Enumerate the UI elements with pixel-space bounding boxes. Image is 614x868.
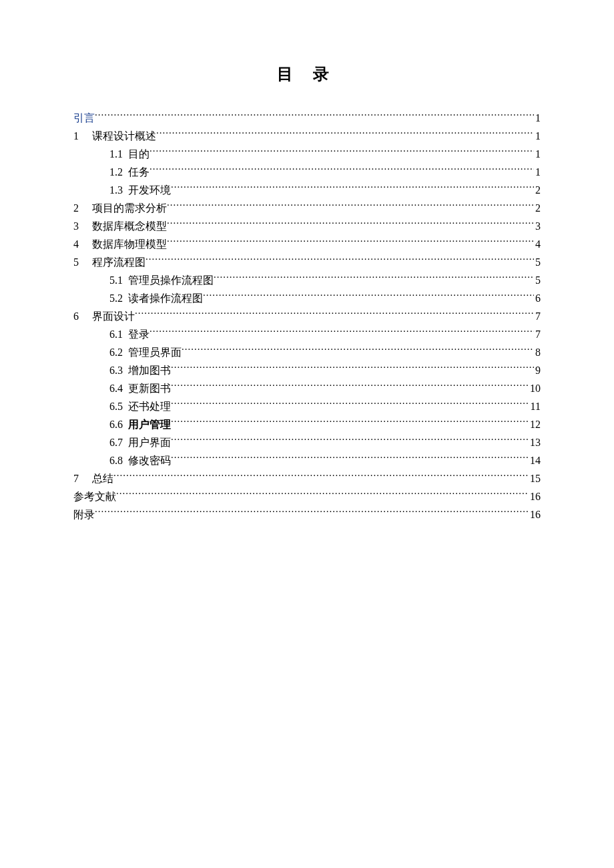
toc-entry-label: 引言: [73, 109, 95, 127]
toc-leader-dots: [203, 291, 534, 302]
toc-title: 目 录: [73, 63, 541, 85]
toc-entry-label: 总结: [92, 469, 113, 487]
toc-entry-page: 13: [529, 433, 541, 451]
toc-entry-number: 6.7: [109, 433, 128, 451]
toc-leader-dots: [145, 255, 534, 266]
toc-leader-dots: [167, 219, 534, 230]
toc-entry-page: 16: [529, 505, 541, 523]
toc-entry-label: 参考文献: [73, 487, 116, 505]
toc-entry-page: 2: [534, 181, 541, 199]
toc-leader-dots: [95, 111, 534, 122]
toc-entry-page: 7: [534, 325, 541, 343]
toc-entry-page: 15: [529, 469, 541, 487]
toc-entry-page: 3: [534, 217, 541, 235]
toc-leader-dots: [214, 273, 534, 284]
toc-entry-page: 5: [534, 253, 541, 271]
toc-entry[interactable]: 6.7用户界面13: [73, 433, 541, 451]
toc-leader-dots: [171, 435, 529, 446]
toc-entry[interactable]: 4数据库物理模型4: [73, 235, 541, 253]
toc-entry-number: 1.2: [109, 163, 128, 181]
toc-entry-page: 1: [534, 145, 541, 163]
toc-entry-number: 1.3: [109, 181, 128, 199]
toc-entry[interactable]: 6.1登录7: [73, 325, 541, 343]
toc-entry[interactable]: 1.1目的1: [73, 145, 541, 163]
toc-entry-label: 管理员界面: [128, 343, 182, 361]
toc-entry-page: 14: [529, 451, 541, 469]
toc-entry[interactable]: 7总结15: [73, 469, 541, 487]
toc-entry-page: 16: [529, 487, 541, 505]
toc-entry-page: 6: [534, 289, 541, 307]
toc-entry-number: 5: [73, 253, 92, 271]
toc-entry[interactable]: 3数据库概念模型3: [73, 217, 541, 235]
toc-entry-label: 目的: [128, 145, 149, 163]
toc-entry-page: 2: [534, 199, 541, 217]
toc-entry[interactable]: 1.3开发环境2: [73, 181, 541, 199]
toc-entry-number: 6.4: [109, 379, 128, 397]
toc-entry[interactable]: 附录16: [73, 505, 541, 523]
toc-entry[interactable]: 1.2任务1: [73, 163, 541, 181]
toc-entry[interactable]: 6.5还书处理11: [73, 397, 541, 415]
toc-entry-label: 还书处理: [128, 397, 171, 415]
toc-leader-dots: [149, 147, 534, 158]
toc-entry-number: 6.1: [109, 325, 128, 343]
toc-entry[interactable]: 5.2读者操作流程图6: [73, 289, 541, 307]
toc-entry-label: 用户界面: [128, 433, 171, 451]
toc-entry-label: 程序流程图: [92, 253, 145, 271]
toc-leader-dots: [171, 417, 529, 428]
toc-leader-dots: [182, 345, 534, 356]
toc-entry-number: 6.6: [109, 415, 128, 433]
toc-entry-number: 6.8: [109, 451, 128, 469]
toc-leader-dots: [135, 309, 534, 320]
toc-entry[interactable]: 6.3增加图书9: [73, 361, 541, 379]
toc-entry[interactable]: 6.8修改密码14: [73, 451, 541, 469]
toc-entry-label: 数据库概念模型: [92, 217, 167, 235]
toc-entry[interactable]: 6.4更新图书10: [73, 379, 541, 397]
toc-entry-number: 4: [73, 235, 92, 253]
toc-entry-label: 项目的需求分析: [92, 199, 167, 217]
toc-entry-label: 更新图书: [128, 379, 171, 397]
toc-entry-page: 1: [534, 109, 541, 127]
toc-leader-dots: [171, 399, 529, 410]
toc-entry-label: 数据库物理模型: [92, 235, 167, 253]
toc-entry-number: 1.1: [109, 145, 128, 163]
toc-entry-number: 5.1: [109, 271, 128, 289]
toc-entry-label: 登录: [128, 325, 149, 343]
toc-entry[interactable]: 5程序流程图5: [73, 253, 541, 271]
toc-entry-page: 1: [534, 163, 541, 181]
toc-entry-number: 1: [73, 127, 92, 145]
toc-entry-number: 6.5: [109, 397, 128, 415]
toc-entry-label: 任务: [128, 163, 149, 181]
toc-entry[interactable]: 6.2管理员界面8: [73, 343, 541, 361]
toc-leader-dots: [116, 489, 529, 500]
toc-entry-page: 5: [534, 271, 541, 289]
toc-entry[interactable]: 6.6用户管理12: [73, 415, 541, 433]
toc-entry-label: 读者操作流程图: [128, 289, 203, 307]
toc-entry-label: 修改密码: [128, 451, 171, 469]
toc-entry[interactable]: 2项目的需求分析2: [73, 199, 541, 217]
toc-entry-label: 用户管理: [128, 415, 171, 433]
toc-leader-dots: [167, 237, 534, 248]
toc-entry-label: 增加图书: [128, 361, 171, 379]
toc-leader-dots: [171, 453, 529, 464]
toc-entry-label: 课程设计概述: [92, 127, 156, 145]
toc-entry-number: 5.2: [109, 289, 128, 307]
toc-entry[interactable]: 5.1管理员操作流程图5: [73, 271, 541, 289]
toc-leader-dots: [149, 165, 534, 176]
toc-leader-dots: [171, 381, 529, 392]
toc-entry-number: 3: [73, 217, 92, 235]
toc-entry-label: 开发环境: [128, 181, 171, 199]
toc-leader-dots: [171, 183, 534, 194]
toc-entry-page: 4: [534, 235, 541, 253]
toc-leader-dots: [156, 129, 534, 140]
toc-leader-dots: [167, 201, 534, 212]
toc-entry-page: 10: [529, 379, 541, 397]
toc-leader-dots: [149, 327, 534, 338]
toc-entry[interactable]: 参考文献16: [73, 487, 541, 505]
toc-entry[interactable]: 6界面设计7: [73, 307, 541, 325]
toc-entry-number: 6.3: [109, 361, 128, 379]
toc-entry[interactable]: 1课程设计概述1: [73, 127, 541, 145]
toc-leader-dots: [113, 471, 529, 482]
toc-entry[interactable]: 引言1: [73, 109, 541, 127]
toc-container: 引言11课程设计概述11.1目的11.2任务11.3开发环境22项目的需求分析2…: [73, 109, 541, 523]
toc-entry-number: 2: [73, 199, 92, 217]
